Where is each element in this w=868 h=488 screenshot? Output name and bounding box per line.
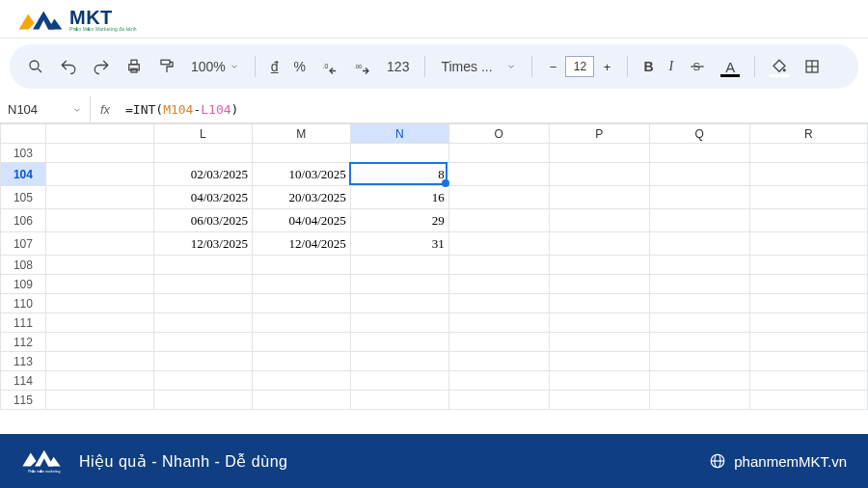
undo-icon[interactable]: [54, 52, 83, 81]
cell[interactable]: [350, 352, 448, 371]
footer-site[interactable]: phanmemMKT.vn: [709, 452, 847, 470]
cell[interactable]: [749, 313, 867, 333]
cell[interactable]: [549, 186, 649, 209]
cell[interactable]: [549, 352, 649, 371]
cell[interactable]: [649, 275, 749, 294]
cell[interactable]: [448, 186, 549, 209]
increase-decimal-icon[interactable]: .00: [348, 52, 377, 81]
zoom-dropdown[interactable]: 100%: [185, 52, 245, 81]
cell[interactable]: 8: [350, 163, 448, 186]
cell[interactable]: [45, 232, 153, 256]
cell[interactable]: [153, 144, 252, 163]
print-icon[interactable]: [120, 52, 149, 81]
cell[interactable]: [448, 313, 549, 333]
cell[interactable]: [153, 313, 252, 333]
cell[interactable]: [448, 333, 549, 352]
cell[interactable]: [749, 371, 867, 391]
cell[interactable]: [45, 209, 153, 232]
column-header[interactable]: Q: [649, 124, 749, 144]
font-dropdown[interactable]: Times ...: [435, 52, 522, 81]
cell[interactable]: [749, 186, 867, 209]
cell[interactable]: [448, 294, 549, 313]
paint-format-icon[interactable]: [152, 52, 181, 81]
number-format-button[interactable]: 123: [381, 52, 415, 81]
cell[interactable]: [448, 391, 549, 410]
cell[interactable]: 02/03/2025: [153, 163, 252, 186]
cell[interactable]: [448, 209, 549, 232]
select-all-cell[interactable]: [1, 124, 46, 144]
cell[interactable]: [350, 144, 448, 163]
italic-button[interactable]: I: [664, 52, 680, 81]
cell[interactable]: [749, 256, 867, 275]
cell[interactable]: [649, 333, 749, 352]
cell[interactable]: [448, 256, 549, 275]
font-size-input[interactable]: 12: [565, 56, 594, 77]
cell[interactable]: [549, 333, 649, 352]
cell[interactable]: [45, 275, 153, 294]
search-icon[interactable]: [21, 52, 50, 81]
cell[interactable]: [448, 371, 549, 391]
row-header[interactable]: 105: [1, 186, 46, 209]
cell[interactable]: [45, 144, 153, 163]
row-header[interactable]: 114: [1, 371, 46, 391]
cell[interactable]: [350, 313, 448, 333]
cell[interactable]: [45, 294, 153, 313]
cell[interactable]: [350, 275, 448, 294]
cell[interactable]: 04/03/2025: [153, 186, 252, 209]
cell[interactable]: [153, 371, 252, 391]
column-header[interactable]: R: [749, 124, 867, 144]
row-header[interactable]: 109: [1, 275, 46, 294]
cell[interactable]: [45, 186, 153, 209]
cell[interactable]: [549, 313, 649, 333]
cell[interactable]: [649, 186, 749, 209]
cell[interactable]: [649, 163, 749, 186]
cell[interactable]: [45, 313, 153, 333]
cell[interactable]: [350, 294, 448, 313]
fill-color-button[interactable]: [765, 52, 794, 81]
cell[interactable]: [252, 371, 350, 391]
cell[interactable]: [448, 163, 549, 186]
row-header[interactable]: 106: [1, 209, 46, 232]
cell[interactable]: [649, 144, 749, 163]
redo-icon[interactable]: [87, 52, 116, 81]
column-header[interactable]: L: [153, 124, 252, 144]
name-box[interactable]: N104: [0, 96, 91, 122]
formula-input[interactable]: =INT(M104-L104): [120, 102, 868, 117]
cell[interactable]: [45, 391, 153, 410]
cell[interactable]: [549, 371, 649, 391]
font-size-decrease[interactable]: −: [542, 56, 563, 77]
font-size-increase[interactable]: +: [596, 56, 617, 77]
cell[interactable]: [350, 256, 448, 275]
bold-button[interactable]: B: [637, 52, 659, 81]
cell[interactable]: [153, 256, 252, 275]
cell[interactable]: [350, 371, 448, 391]
cell[interactable]: [649, 391, 749, 410]
row-header[interactable]: 103: [1, 144, 46, 163]
cell[interactable]: [649, 371, 749, 391]
cell[interactable]: [252, 275, 350, 294]
row-header[interactable]: 112: [1, 333, 46, 352]
percent-button[interactable]: %: [288, 52, 312, 81]
cell[interactable]: [749, 144, 867, 163]
cell[interactable]: [45, 163, 153, 186]
cell[interactable]: 12/04/2025: [252, 232, 350, 256]
borders-button[interactable]: [798, 52, 827, 81]
cell[interactable]: [252, 352, 350, 371]
cell[interactable]: [749, 294, 867, 313]
cell[interactable]: [252, 313, 350, 333]
spreadsheet-grid[interactable]: LMNOPQR 10310402/03/202510/03/2025810504…: [0, 123, 868, 410]
cell[interactable]: [153, 294, 252, 313]
cell[interactable]: [749, 352, 867, 371]
cell[interactable]: [749, 333, 867, 352]
cell[interactable]: 10/03/2025: [252, 163, 350, 186]
cell[interactable]: [749, 391, 867, 410]
cell[interactable]: [45, 352, 153, 371]
column-header[interactable]: M: [252, 124, 350, 144]
column-header[interactable]: [45, 124, 153, 144]
cell[interactable]: [749, 275, 867, 294]
currency-button[interactable]: đ: [265, 52, 285, 81]
text-color-button[interactable]: A: [716, 52, 745, 81]
row-header[interactable]: 108: [1, 256, 46, 275]
cell[interactable]: 04/04/2025: [252, 209, 350, 232]
cell[interactable]: 16: [350, 186, 448, 209]
